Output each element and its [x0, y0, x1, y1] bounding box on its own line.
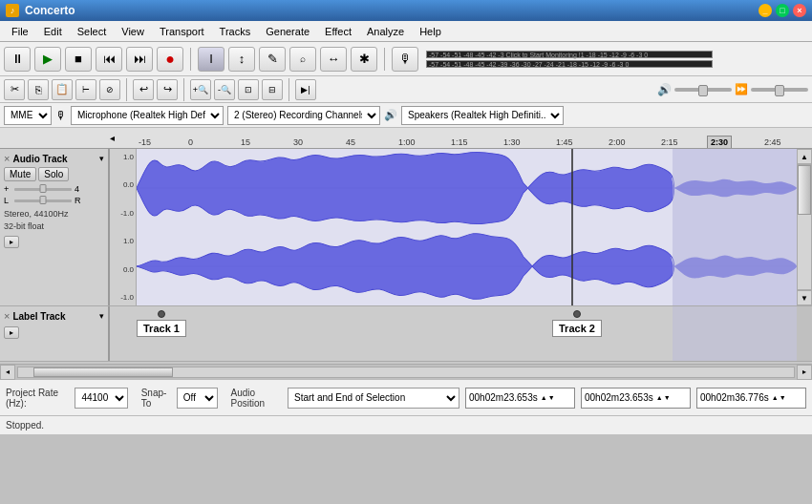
skip-back-button[interactable]: ⏮ [96, 47, 122, 72]
gain-value: 4 [75, 184, 79, 194]
track2-label-box: Track 2 [552, 320, 602, 337]
zoom-in-tool[interactable]: +🔍 [190, 79, 211, 100]
position-3[interactable]: 00h02m36.776s ▲ ▼ [696, 388, 806, 409]
ruler-mark-1-15: 1:15 [451, 137, 468, 147]
mic-btn[interactable]: 🎙 [392, 47, 418, 72]
position-2[interactable]: 00h02m23.653s ▲ ▼ [581, 388, 691, 409]
maximize-button[interactable]: □ [776, 4, 789, 17]
scale-1-top: 1.0 [112, 153, 134, 161]
label-track2: Track 2 [552, 310, 602, 337]
zoom-out-tool[interactable]: -🔍 [214, 79, 235, 100]
stopped-label: Stopped. [6, 420, 44, 430]
host-select[interactable]: MME [4, 106, 52, 125]
ruler-mark-1-00: 1:00 [398, 137, 416, 147]
track-expand-btn[interactable]: ▸ [4, 236, 19, 248]
volume-slider[interactable] [674, 88, 732, 92]
tool-sep-1 [126, 78, 127, 101]
label-track-content[interactable]: Track 1 Track 2 [110, 306, 797, 361]
trim-tool[interactable]: ⊢ [75, 79, 96, 100]
label-track-menu[interactable]: ▾ [99, 311, 104, 321]
minimize-button[interactable]: _ [759, 4, 772, 17]
menu-effect[interactable]: Effect [317, 24, 359, 39]
audio-position-label: Audio Position [231, 388, 282, 409]
audio-track-close[interactable]: × [4, 153, 10, 164]
pos1-spin-up[interactable]: ▲ [541, 394, 547, 401]
device-row: MME 🎙 Microphone (Realtek High Defi... 2… [0, 103, 812, 128]
snap-to-select[interactable]: Off [177, 388, 218, 409]
hscroll-left[interactable]: ◂ [0, 365, 15, 380]
pos3-spin-down[interactable]: ▼ [780, 394, 786, 401]
skip-fwd-button[interactable]: ⏭ [126, 47, 153, 72]
speaker-select[interactable]: Speakers (Realtek High Definiti... [401, 106, 564, 125]
mic-select[interactable]: Microphone (Realtek High Defi... [71, 106, 224, 125]
pos2-spin-up[interactable]: ▲ [656, 394, 663, 401]
pos2-spin-down[interactable]: ▼ [664, 394, 671, 401]
speed-icon: ⏩ [735, 83, 748, 95]
vscroll-bottom-filler [797, 306, 812, 361]
ruler-mark-1-30: 1:30 [503, 137, 521, 147]
vscroll-down[interactable]: ▼ [797, 290, 812, 305]
audio-track-menu[interactable]: ▾ [99, 154, 104, 163]
envelope-tool[interactable]: ↕ [228, 47, 255, 72]
fit-project-tool[interactable]: ⊡ [238, 79, 259, 100]
pos1-spin-down[interactable]: ▼ [548, 394, 555, 401]
ruler-mark-neg15: -15 [139, 137, 151, 147]
record-button[interactable]: ● [157, 47, 183, 72]
menu-generate[interactable]: Generate [258, 24, 317, 39]
ruler-arrow-left[interactable]: ◂ [110, 133, 115, 143]
cut-tool[interactable]: ✂ [4, 79, 25, 100]
zoom-tool[interactable]: ⌕ [289, 47, 316, 72]
stop-button[interactable]: ■ [65, 47, 92, 72]
menu-select[interactable]: Select [70, 24, 115, 39]
vscroll-up[interactable]: ▲ [797, 149, 812, 164]
menu-help[interactable]: Help [412, 24, 449, 39]
scale-1-bot: -1.0 [112, 209, 134, 218]
label-expand-btn[interactable]: ▸ [4, 326, 19, 339]
menu-edit[interactable]: Edit [36, 24, 70, 39]
copy-tool[interactable]: ⎘ [28, 79, 49, 100]
solo-button[interactable]: Solo [38, 167, 69, 181]
timeshift-tool[interactable]: ↔ [320, 47, 347, 72]
ruler-mark-2-45: 2:45 [764, 137, 781, 147]
menu-file[interactable]: File [4, 24, 36, 39]
close-button[interactable]: × [793, 4, 806, 17]
gain-slider[interactable] [14, 188, 72, 191]
label-track-close[interactable]: × [4, 310, 10, 322]
paste-tool[interactable]: 📋 [52, 79, 73, 100]
redo-tool[interactable]: ↪ [157, 79, 178, 100]
silence-tool[interactable]: ⊘ [99, 79, 120, 100]
vscroll-track [797, 164, 812, 290]
ruler-mark-30: 30 [293, 137, 303, 147]
transport-toolbar: ⏸ ▶ ■ ⏮ ⏭ ● I ↕ ✎ ⌕ ↔ ✱ 🎙 -57 -54 -51 -4… [0, 42, 812, 76]
undo-tool[interactable]: ↩ [133, 79, 154, 100]
titlebar: ♪ Concerto _ □ × [0, 0, 812, 21]
waveform-area[interactable] [137, 149, 797, 305]
position-1[interactable]: 00h02m23.653s ▲ ▼ [465, 388, 575, 409]
play-button[interactable]: ▶ [34, 47, 61, 72]
pan-slider[interactable] [14, 200, 72, 202]
channels-select[interactable]: 2 (Stereo) Recording Channels [227, 106, 380, 125]
menu-view[interactable]: View [114, 24, 152, 39]
ruler-mark-45: 45 [346, 137, 355, 147]
pos3-spin-up[interactable]: ▲ [772, 394, 779, 401]
pause-button[interactable]: ⏸ [4, 47, 31, 72]
volume-control: 🔊 [657, 83, 732, 96]
selection-mode-select[interactable]: Start and End of Selection [288, 388, 459, 409]
hscroll-thumb[interactable] [33, 368, 173, 377]
audio-track-buttons: Mute Solo [4, 167, 104, 181]
play-cursor-tool[interactable]: ▶| [295, 79, 316, 100]
select-tool[interactable]: I [198, 47, 224, 72]
fit-track-tool[interactable]: ⊟ [262, 79, 283, 100]
speed-slider[interactable] [751, 88, 808, 92]
stopped-bar: Stopped. [0, 415, 812, 434]
project-rate-select[interactable]: 44100 [75, 388, 127, 409]
menu-transport[interactable]: Transport [152, 24, 212, 39]
mute-button[interactable]: Mute [4, 167, 36, 181]
draw-tool[interactable]: ✎ [259, 47, 286, 72]
menu-analyze[interactable]: Analyze [359, 24, 412, 39]
vscroll-thumb[interactable] [798, 165, 811, 215]
multi-tool[interactable]: ✱ [351, 47, 377, 72]
pos3-value: 00h02m36.776s [700, 392, 769, 403]
hscroll-right[interactable]: ▸ [797, 365, 812, 380]
menu-tracks[interactable]: Tracks [212, 24, 259, 39]
